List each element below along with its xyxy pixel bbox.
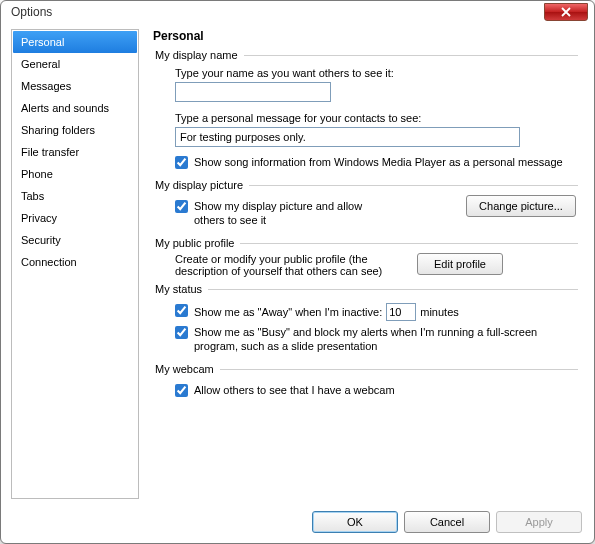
close-icon — [561, 7, 571, 17]
group-display-picture: My display picture Show my display pictu… — [153, 179, 578, 231]
sidebar-item-messages[interactable]: Messages — [13, 75, 137, 97]
button-label: Apply — [525, 516, 553, 528]
button-label: Edit profile — [434, 258, 486, 270]
sidebar-item-label: Messages — [21, 80, 71, 92]
sidebar-item-sharing-folders[interactable]: Sharing folders — [13, 119, 137, 141]
away-suffix: minutes — [420, 305, 459, 319]
public-profile-text: Create or modify your public profile (th… — [175, 253, 405, 277]
group-legend: My status — [153, 283, 208, 295]
display-name-label: Type your name as you want others to see… — [175, 67, 576, 79]
apply-button[interactable]: Apply — [496, 511, 582, 533]
song-info-label: Show song information from Windows Media… — [194, 155, 576, 169]
sidebar-item-label: Security — [21, 234, 61, 246]
edit-profile-button[interactable]: Edit profile — [417, 253, 503, 275]
busy-checkbox[interactable] — [175, 326, 188, 339]
window-title: Options — [11, 5, 52, 19]
sidebar-item-label: Phone — [21, 168, 53, 180]
sidebar-item-label: File transfer — [21, 146, 79, 158]
sidebar-item-personal[interactable]: Personal — [13, 31, 137, 53]
category-sidebar: Personal General Messages Alerts and sou… — [11, 29, 139, 499]
away-checkbox[interactable] — [175, 304, 188, 317]
webcam-checkbox[interactable] — [175, 384, 188, 397]
sidebar-item-label: Privacy — [21, 212, 57, 224]
sidebar-item-label: Tabs — [21, 190, 44, 202]
sidebar-item-label: Connection — [21, 256, 77, 268]
titlebar: Options — [1, 1, 594, 27]
change-picture-button[interactable]: Change picture... — [466, 195, 576, 217]
button-label: OK — [347, 516, 363, 528]
sidebar-item-general[interactable]: General — [13, 53, 137, 75]
busy-label: Show me as "Busy" and block my alerts wh… — [194, 325, 576, 353]
button-label: Cancel — [430, 516, 464, 528]
sidebar-item-alerts-and-sounds[interactable]: Alerts and sounds — [13, 97, 137, 119]
options-window: Options Personal General Messages Alerts… — [0, 0, 595, 544]
button-label: Change picture... — [479, 200, 563, 212]
sidebar-item-privacy[interactable]: Privacy — [13, 207, 137, 229]
group-legend: My display picture — [153, 179, 249, 191]
main-panel: Personal My display name Type your name … — [139, 29, 584, 499]
group-legend: My webcam — [153, 363, 220, 375]
display-name-input[interactable] — [175, 82, 331, 102]
sidebar-item-connection[interactable]: Connection — [13, 251, 137, 273]
sidebar-item-file-transfer[interactable]: File transfer — [13, 141, 137, 163]
group-legend: My display name — [153, 49, 244, 61]
song-info-checkbox[interactable] — [175, 156, 188, 169]
sidebar-item-phone[interactable]: Phone — [13, 163, 137, 185]
sidebar-item-security[interactable]: Security — [13, 229, 137, 251]
group-public-profile: My public profile Create or modify your … — [153, 237, 578, 277]
away-prefix: Show me as "Away" when I'm inactive: — [194, 305, 382, 319]
show-picture-label: Show my display picture and allow others… — [194, 199, 384, 227]
ok-button[interactable]: OK — [312, 511, 398, 533]
cancel-button[interactable]: Cancel — [404, 511, 490, 533]
personal-message-input[interactable] — [175, 127, 520, 147]
webcam-label: Allow others to see that I have a webcam — [194, 383, 576, 397]
group-webcam: My webcam Allow others to see that I hav… — [153, 363, 578, 401]
show-picture-checkbox[interactable] — [175, 200, 188, 213]
page-title: Personal — [153, 29, 578, 43]
sidebar-item-label: Personal — [21, 36, 64, 48]
group-status: My status Show me as "Away" when I'm ina… — [153, 283, 578, 357]
away-minutes-input[interactable] — [386, 303, 416, 321]
sidebar-item-label: Alerts and sounds — [21, 102, 109, 114]
close-button[interactable] — [544, 3, 588, 21]
sidebar-item-label: Sharing folders — [21, 124, 95, 136]
group-legend: My public profile — [153, 237, 240, 249]
dialog-footer: OK Cancel Apply — [312, 511, 582, 533]
personal-message-label: Type a personal message for your contact… — [175, 112, 576, 124]
group-display-name: My display name Type your name as you wa… — [153, 49, 578, 173]
sidebar-item-tabs[interactable]: Tabs — [13, 185, 137, 207]
sidebar-item-label: General — [21, 58, 60, 70]
